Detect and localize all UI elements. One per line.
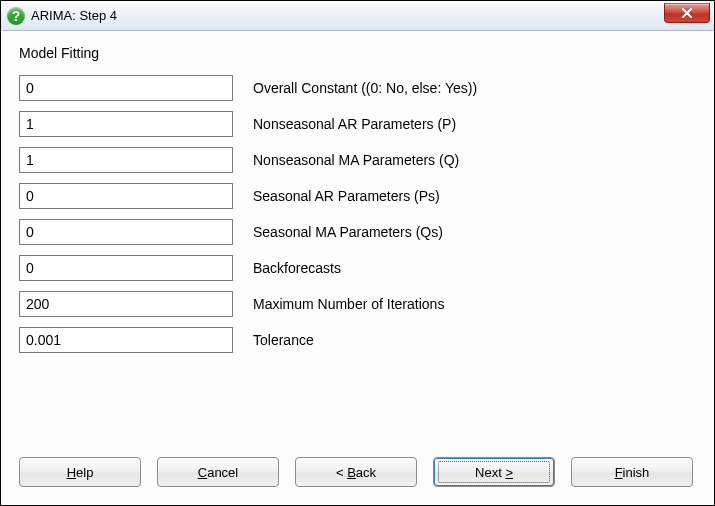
back-button[interactable]: < Back: [295, 457, 417, 487]
overall-constant-input[interactable]: [19, 75, 233, 101]
backforecasts-label: Backforecasts: [253, 260, 341, 276]
window-title: ARIMA: Step 4: [31, 8, 117, 23]
form-rows: Overall Constant ((0: No, else: Yes)) No…: [19, 75, 696, 451]
help-icon: ?: [7, 7, 25, 25]
finish-button[interactable]: Finish: [571, 457, 693, 487]
max-iter-label: Maximum Number of Iterations: [253, 296, 444, 312]
close-icon: [681, 8, 693, 18]
tolerance-label: Tolerance: [253, 332, 314, 348]
max-iter-input[interactable]: [19, 291, 233, 317]
sar-ps-label: Seasonal AR Parameters (Ps): [253, 188, 440, 204]
dialog-window: ? ARIMA: Step 4 Model Fitting Overall Co…: [0, 0, 715, 506]
backforecasts-input[interactable]: [19, 255, 233, 281]
row-backforecasts: Backforecasts: [19, 255, 696, 281]
cancel-rest: ancel: [207, 465, 238, 480]
row-sma-qs: Seasonal MA Parameters (Qs): [19, 219, 696, 245]
sar-ps-input[interactable]: [19, 183, 233, 209]
client-area: Model Fitting Overall Constant ((0: No, …: [1, 31, 714, 505]
finish-mnemonic: F: [615, 465, 623, 480]
next-pre: Next: [475, 465, 505, 480]
help-mnemonic: H: [67, 465, 76, 480]
row-ar-p: Nonseasonal AR Parameters (P): [19, 111, 696, 137]
row-max-iter: Maximum Number of Iterations: [19, 291, 696, 317]
finish-rest: inish: [623, 465, 650, 480]
ma-q-input[interactable]: [19, 147, 233, 173]
button-bar: Help Cancel < Back Next > Finish: [19, 451, 696, 487]
row-tolerance: Tolerance: [19, 327, 696, 353]
help-button[interactable]: Help: [19, 457, 141, 487]
next-button[interactable]: Next >: [433, 457, 555, 487]
row-ma-q: Nonseasonal MA Parameters (Q): [19, 147, 696, 173]
back-mnemonic: B: [347, 465, 356, 480]
title-bar: ? ARIMA: Step 4: [1, 1, 714, 31]
cancel-mnemonic: C: [198, 465, 207, 480]
section-title: Model Fitting: [19, 45, 696, 61]
sma-qs-input[interactable]: [19, 219, 233, 245]
ma-q-label: Nonseasonal MA Parameters (Q): [253, 152, 459, 168]
overall-constant-label: Overall Constant ((0: No, else: Yes)): [253, 80, 477, 96]
cancel-button[interactable]: Cancel: [157, 457, 279, 487]
ar-p-input[interactable]: [19, 111, 233, 137]
help-rest: elp: [76, 465, 93, 480]
close-button[interactable]: [664, 3, 710, 23]
tolerance-input[interactable]: [19, 327, 233, 353]
ar-p-label: Nonseasonal AR Parameters (P): [253, 116, 456, 132]
back-rest: ack: [356, 465, 376, 480]
row-sar-ps: Seasonal AR Parameters (Ps): [19, 183, 696, 209]
back-prefix: <: [336, 465, 347, 480]
next-mnemonic: >: [505, 465, 513, 480]
row-overall-constant: Overall Constant ((0: No, else: Yes)): [19, 75, 696, 101]
sma-qs-label: Seasonal MA Parameters (Qs): [253, 224, 443, 240]
